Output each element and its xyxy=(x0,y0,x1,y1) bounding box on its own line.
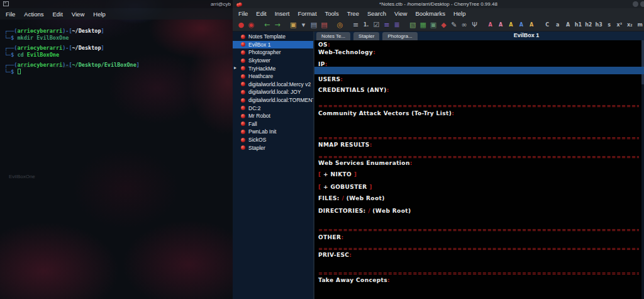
strikethrough-icon[interactable]: C xyxy=(543,21,551,28)
node-tab[interactable]: Notes Te... xyxy=(316,32,350,40)
tree-node-skytower[interactable]: Skytower xyxy=(233,57,313,65)
cherry-node-icon xyxy=(241,66,245,71)
terminal-text-segment: └─$ xyxy=(4,52,17,58)
open-dropdown-icon[interactable]: ▾ xyxy=(299,21,307,28)
note-text-line: [ + GOBUSTER ] xyxy=(318,184,639,191)
remove-format-icon[interactable]: A xyxy=(564,21,572,28)
open-file-icon[interactable]: ▣ xyxy=(289,21,297,28)
terminal-menu-view[interactable]: View xyxy=(72,11,84,18)
tree-node-photographer[interactable]: Photographer xyxy=(233,48,313,57)
toggle-case-icon[interactable]: a xyxy=(553,21,561,28)
node-tree-panel[interactable]: Notes TemplateEvilBox 1PhotographerSkyto… xyxy=(233,31,313,299)
tree-node-stapler[interactable]: Stapler xyxy=(233,144,313,152)
find-icon[interactable]: ◎ xyxy=(336,21,343,28)
attach-file-icon[interactable]: ✎ xyxy=(450,21,458,28)
heading-1-icon[interactable]: h1 xyxy=(574,21,582,28)
color-foreground-icon[interactable]: A xyxy=(486,21,494,28)
tree-node-mr-robot[interactable]: Mr Robot xyxy=(233,112,313,120)
subscript-icon[interactable]: x₂ xyxy=(626,21,633,28)
tree-node-pwnlab-init[interactable]: PwnLab Init xyxy=(233,128,313,136)
insert-codebox-icon[interactable]: ▣ xyxy=(430,21,437,28)
underline-icon[interactable]: A xyxy=(528,21,535,28)
note-text-segment: : xyxy=(328,42,330,48)
color-background-icon[interactable]: A xyxy=(497,21,504,28)
tree-node-label: digitalworld.local:Mercy v2 xyxy=(248,81,311,87)
window-button-icon[interactable] xyxy=(633,1,638,7)
tree-node-evilbox-1[interactable]: EvilBox 1 xyxy=(233,41,313,49)
cherrytree-menu-search[interactable]: Search xyxy=(367,10,386,17)
terminal-menu-actions[interactable]: Actions xyxy=(24,11,43,18)
cherry-node-icon xyxy=(241,121,245,126)
cherrytree-menu-insert[interactable]: Insert xyxy=(275,10,290,17)
cherrytree-menu-view[interactable]: View xyxy=(394,10,407,17)
toolbar-separator xyxy=(538,25,541,25)
monospace-icon[interactable]: m xyxy=(636,21,643,28)
cherrytree-menu-help[interactable]: Help xyxy=(453,10,466,17)
tree-node-digitalworld-local-mercy-v2[interactable]: digitalworld.local:Mercy v2 xyxy=(233,81,313,89)
cursor-line-highlight xyxy=(314,67,644,74)
italic-icon[interactable]: A xyxy=(518,21,525,28)
save-icon[interactable]: ▤ xyxy=(310,21,318,28)
note-text-line: NMAP RESULTS: xyxy=(318,142,639,149)
cherrytree-menu-tree[interactable]: Tree xyxy=(347,10,359,17)
terminal-line: └─$ cd EvilBoxOne xyxy=(4,52,233,59)
indent-left-icon[interactable]: ≡ xyxy=(383,21,391,28)
go-back-icon[interactable]: ← xyxy=(264,21,271,28)
save-as-icon[interactable]: ▤ xyxy=(320,21,328,28)
heading-2-icon[interactable]: h2 xyxy=(585,21,592,28)
terminal-window[interactable]: arri@cyb FileActionsEditViewHelp ┌──(arr… xyxy=(0,0,233,299)
tree-node-digitalworld-local-torment[interactable]: digitalworld.local:TORMENT xyxy=(233,96,313,104)
cherry-node-icon xyxy=(241,145,245,150)
cherrytree-titlebar[interactable]: *Notes.ctb - /home/arri/Desktop - Cherry… xyxy=(233,0,644,8)
note-text-segment: : xyxy=(387,87,389,93)
small-text-icon[interactable]: s xyxy=(605,21,613,28)
terminal-text-segment: ┌──( xyxy=(4,28,17,34)
tree-node-tryhackme[interactable]: ▸TryHackMe xyxy=(233,64,313,72)
insert-pin-icon[interactable]: ◆ xyxy=(440,21,447,28)
tree-node-notes-template[interactable]: Notes Template xyxy=(233,33,313,41)
cherrytree-menu-bookmarks[interactable]: Bookmarks xyxy=(415,10,445,17)
note-text-segment: PRIV-ESC xyxy=(318,252,349,258)
new-node-icon[interactable]: ● xyxy=(237,21,245,28)
todo-list-icon[interactable]: ☑ xyxy=(372,21,380,28)
cherrytree-window[interactable]: *Notes.ctb - /home/arri/Desktop - Cherry… xyxy=(233,0,644,299)
terminal-menu-help[interactable]: Help xyxy=(93,11,106,18)
terminal-menu-file[interactable]: File xyxy=(6,11,15,18)
heading-3-icon[interactable]: h3 xyxy=(595,21,602,28)
go-forward-icon[interactable]: → xyxy=(274,21,281,28)
terminal-titlebar[interactable]: arri@cyb xyxy=(0,0,233,8)
terminal-body[interactable]: ┌──(arri⊕cyberarri)-[~/Desktop]└─$ mkdir… xyxy=(0,20,233,76)
editor-scrollbar[interactable] xyxy=(641,40,644,299)
cherrytree-menu-format[interactable]: Format xyxy=(297,10,316,17)
desktop-icon-label: EvilBoxOne xyxy=(9,174,35,179)
numbered-list-icon[interactable]: 1. xyxy=(362,21,370,28)
note-editor[interactable]: OS:Web-Technology:IP:USERS:CREDENTIALS (… xyxy=(314,40,644,299)
insert-table-icon[interactable]: ▦ xyxy=(419,21,426,28)
tree-node-heathcare[interactable]: Heathcare xyxy=(233,72,313,81)
tree-node-label: TryHackMe xyxy=(248,65,275,72)
tree-node-sickos[interactable]: SickOS xyxy=(233,136,313,144)
add-subnode-icon[interactable]: ◉ xyxy=(247,21,255,28)
insert-link-icon[interactable]: ∞ xyxy=(460,21,468,28)
bulleted-list-icon[interactable]: ≡ xyxy=(352,21,359,28)
tree-node-fall[interactable]: Fall xyxy=(233,120,313,128)
cherrytree-menu-tools[interactable]: Tools xyxy=(325,10,339,17)
note-text-segment: : xyxy=(387,277,390,283)
node-tab[interactable]: Stapler xyxy=(353,32,379,40)
expander-icon[interactable]: ▸ xyxy=(234,65,236,71)
insert-anchor-icon[interactable]: Ψ xyxy=(470,21,478,28)
tree-node-dc-2[interactable]: DC:2 xyxy=(233,104,313,112)
bold-icon[interactable]: A xyxy=(507,21,514,28)
terminal-text-segment: ~/Desktop/EvilBoxOne xyxy=(72,62,136,68)
insert-image-icon[interactable]: ▧ xyxy=(409,21,416,28)
cherrytree-menu-edit[interactable]: Edit xyxy=(256,10,266,17)
terminal-menu-edit[interactable]: Edit xyxy=(52,11,62,18)
terminal-line: ┌──(arri⊕cyberarri)-[~/Desktop/EvilBoxOn… xyxy=(4,62,233,69)
indent-right-icon[interactable]: ≣ xyxy=(393,21,401,28)
editor-header: Notes Te...StaplerPhotogra... EvilBox 1 xyxy=(314,31,644,40)
cherrytree-menu-file[interactable]: File xyxy=(238,10,248,17)
window-button-icon[interactable] xyxy=(640,1,644,7)
superscript-icon[interactable]: x² xyxy=(616,21,623,28)
tree-node-digitalworld-local-joy[interactable]: digitalworld.local: JOY xyxy=(233,88,313,96)
window-buttons[interactable] xyxy=(633,1,644,7)
